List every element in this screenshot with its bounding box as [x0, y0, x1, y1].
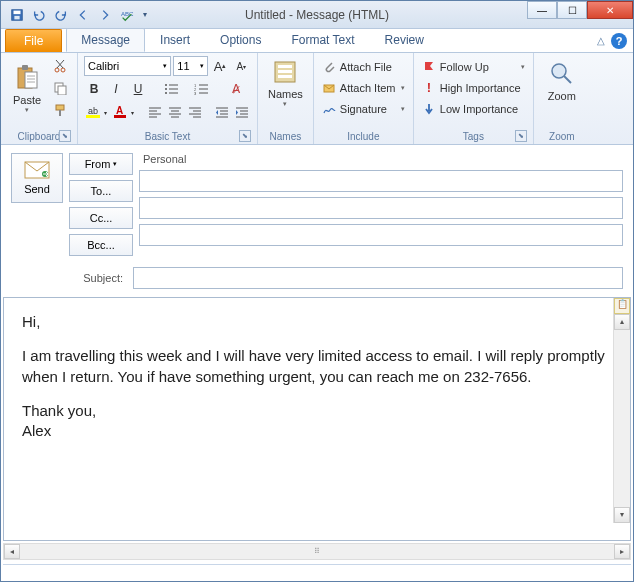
bcc-button[interactable]: Bcc... — [69, 234, 133, 256]
svg-point-20 — [165, 88, 167, 90]
underline-button[interactable]: U — [128, 79, 148, 99]
svg-rect-33 — [114, 115, 126, 118]
names-button[interactable]: Names ▾ — [264, 56, 307, 110]
body-greeting: Hi, — [22, 312, 612, 332]
grow-font-icon[interactable]: A▴ — [210, 56, 229, 76]
italic-button[interactable]: I — [106, 79, 126, 99]
from-button[interactable]: From ▾ — [69, 153, 133, 175]
previous-icon[interactable] — [73, 5, 93, 25]
qat-customize-icon[interactable]: ▾ — [139, 5, 151, 25]
svg-rect-56 — [278, 70, 292, 73]
vertical-scrollbar[interactable]: 📋 ▴ ▾ — [613, 298, 630, 523]
svg-rect-15 — [58, 86, 66, 95]
footer-separator — [3, 564, 631, 568]
bold-button[interactable]: B — [84, 79, 104, 99]
increase-indent-icon[interactable] — [233, 102, 251, 122]
align-left-icon[interactable] — [146, 102, 164, 122]
highlight-icon[interactable]: ab▾ — [84, 102, 109, 122]
svg-point-59 — [552, 64, 566, 78]
group-names: Names ▾ Names — [258, 53, 314, 144]
body-signoff: Thank you,Alex — [22, 401, 612, 442]
cc-button[interactable]: Cc... — [69, 207, 133, 229]
collapse-ribbon-icon[interactable]: △ — [597, 35, 605, 46]
tab-review[interactable]: Review — [370, 28, 439, 52]
tab-insert[interactable]: Insert — [145, 28, 205, 52]
bullets-icon[interactable] — [158, 79, 186, 99]
paste-button[interactable]: Paste ▾ — [7, 56, 47, 122]
svg-text:3: 3 — [194, 91, 197, 95]
message-body-container: Hi, I am travelling this week and I will… — [3, 297, 631, 541]
tab-file[interactable]: File — [5, 29, 62, 52]
to-button[interactable]: To... — [69, 180, 133, 202]
redo-icon[interactable] — [51, 5, 71, 25]
close-button[interactable]: ✕ — [587, 1, 633, 19]
svg-text:ABC: ABC — [121, 9, 134, 16]
ribbon: Paste ▾ Clipboard⬊ Calibri▾ 11▾ A▴ A▾ B … — [1, 53, 633, 145]
numbering-icon[interactable]: 123 — [188, 79, 216, 99]
svg-rect-31 — [86, 115, 100, 118]
svg-line-13 — [56, 60, 63, 68]
svg-rect-5 — [22, 65, 28, 70]
decrease-indent-icon[interactable] — [213, 102, 231, 122]
quick-access-toolbar: ABC ▾ — [1, 5, 151, 25]
horizontal-scrollbar[interactable]: ◂ ⠿ ▸ — [3, 543, 631, 560]
svg-rect-1 — [14, 10, 21, 14]
paste-options-icon[interactable]: 📋 — [614, 298, 630, 314]
tab-message[interactable]: Message — [66, 28, 145, 52]
scroll-down-icon[interactable]: ▾ — [614, 507, 630, 523]
high-importance-button[interactable]: !High Importance — [420, 77, 527, 98]
low-importance-button[interactable]: Low Importance — [420, 98, 527, 119]
body-paragraph: I am travelling this week and I will hav… — [22, 346, 612, 387]
clear-formatting-icon[interactable]: A̷ — [226, 79, 246, 99]
svg-point-22 — [165, 92, 167, 94]
attach-item-button[interactable]: Attach Item▾ — [320, 77, 407, 98]
svg-text:ab: ab — [88, 106, 98, 116]
subject-label: Subject: — [11, 272, 127, 284]
tab-format-text[interactable]: Format Text — [276, 28, 369, 52]
font-name-select[interactable]: Calibri▾ — [84, 56, 171, 76]
minimize-button[interactable]: — — [527, 1, 557, 19]
basic-text-dialog-launcher[interactable]: ⬊ — [239, 130, 251, 142]
scroll-right-icon[interactable]: ▸ — [614, 544, 630, 559]
next-icon[interactable] — [95, 5, 115, 25]
group-tags: Follow Up▾ !High Importance Low Importan… — [414, 53, 534, 144]
svg-rect-2 — [14, 15, 19, 19]
svg-rect-55 — [278, 65, 292, 68]
shrink-font-icon[interactable]: A▾ — [232, 56, 251, 76]
zoom-button[interactable]: Zoom — [540, 56, 584, 106]
scroll-left-icon[interactable]: ◂ — [4, 544, 20, 559]
svg-rect-57 — [278, 75, 292, 78]
help-icon[interactable]: ? — [611, 33, 627, 49]
svg-rect-17 — [59, 110, 61, 116]
ribbon-tabs: File Message Insert Options Format Text … — [1, 29, 633, 53]
cc-field[interactable] — [139, 197, 623, 219]
font-size-select[interactable]: 11▾ — [173, 56, 208, 76]
message-body[interactable]: Hi, I am travelling this week and I will… — [3, 297, 631, 541]
scroll-up-icon[interactable]: ▴ — [614, 314, 630, 330]
format-painter-icon[interactable] — [49, 100, 71, 120]
tags-dialog-launcher[interactable]: ⬊ — [515, 130, 527, 142]
clipboard-dialog-launcher[interactable]: ⬊ — [59, 130, 71, 142]
follow-up-button[interactable]: Follow Up▾ — [420, 56, 527, 77]
window-title: Untitled - Message (HTML) — [245, 8, 389, 22]
copy-icon[interactable] — [49, 78, 71, 98]
svg-point-18 — [165, 84, 167, 86]
to-field[interactable] — [139, 170, 623, 192]
subject-field[interactable] — [133, 267, 623, 289]
send-button[interactable]: Send — [11, 153, 63, 203]
tab-options[interactable]: Options — [205, 28, 276, 52]
svg-line-60 — [564, 76, 571, 83]
signature-button[interactable]: Signature▾ — [320, 98, 407, 119]
cut-icon[interactable] — [49, 56, 71, 76]
maximize-button[interactable]: ☐ — [557, 1, 587, 19]
spellcheck-icon[interactable]: ABC — [117, 5, 137, 25]
undo-icon[interactable] — [29, 5, 49, 25]
attach-file-button[interactable]: Attach File — [320, 56, 407, 77]
align-right-icon[interactable] — [186, 102, 204, 122]
save-icon[interactable] — [7, 5, 27, 25]
bcc-field[interactable] — [139, 224, 623, 246]
align-center-icon[interactable] — [166, 102, 184, 122]
svg-text:A: A — [116, 105, 123, 116]
group-label-names: Names — [264, 129, 307, 144]
font-color-icon[interactable]: A▾ — [111, 102, 136, 122]
